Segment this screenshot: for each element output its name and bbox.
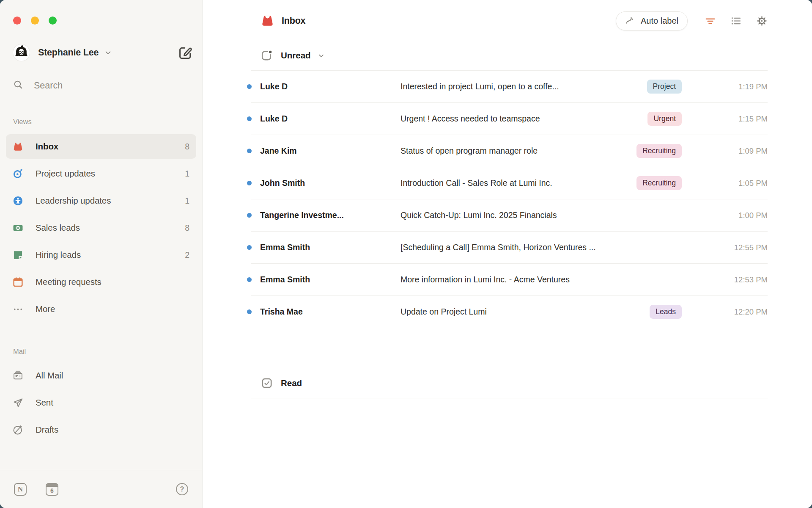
email-time: 12:53 PM: [682, 275, 768, 284]
account-name: Stephanie Lee: [38, 47, 99, 58]
account-switcher[interactable]: Stephanie Lee: [13, 44, 193, 61]
email-list: Luke D Interested in project Lumi, open …: [251, 70, 768, 328]
email-time: 1:15 PM: [682, 114, 768, 124]
avatar: [13, 44, 30, 61]
main-content: Inbox Auto label: [203, 0, 812, 508]
accessibility-icon: [13, 196, 23, 206]
sidebar-item-all-mail[interactable]: All Mail: [6, 363, 196, 388]
unread-status-icon: [261, 50, 273, 61]
sidebar-item-more[interactable]: More: [6, 297, 196, 321]
email-label-badge[interactable]: Project: [647, 80, 682, 94]
inbox-icon: [261, 14, 274, 28]
unread-section-header[interactable]: Unread: [261, 48, 768, 63]
sidebar-item-label: Meeting requests: [36, 277, 102, 287]
sidebar-item-leadership-updates[interactable]: Leadership updates 1: [6, 188, 196, 213]
unread-dot: [247, 277, 252, 282]
email-subject: More information in Lumi Inc. - Acme Ven…: [401, 275, 682, 284]
email-row[interactable]: Jane Kim Status of open program manager …: [251, 135, 768, 167]
app-window: Stephanie Lee Search Views: [0, 0, 812, 508]
email-time: 1:19 PM: [682, 82, 768, 91]
sidebar: Stephanie Lee Search Views: [0, 0, 203, 508]
draft-pencil-icon: [13, 425, 23, 435]
chevron-down-icon: [104, 48, 112, 57]
auto-label-button[interactable]: Auto label: [616, 11, 688, 30]
unread-dot: [247, 84, 252, 89]
search-icon: [13, 80, 23, 91]
target-icon: [13, 168, 23, 179]
calendar-app-header: [47, 484, 58, 487]
email-sender: Emma Smith: [251, 243, 401, 252]
email-sender: Emma Smith: [251, 275, 401, 284]
page-title: Inbox: [282, 16, 305, 26]
auto-label-button-label: Auto label: [641, 16, 678, 26]
read-section-divider: [251, 398, 768, 398]
minimize-window-button[interactable]: [31, 17, 39, 25]
unread-dot: [247, 245, 252, 250]
calendar-app-day: 6: [47, 487, 58, 495]
sidebar-item-drafts[interactable]: Drafts: [6, 417, 196, 442]
sidebar-item-label: Sent: [36, 398, 53, 408]
email-sender: Tangerine Investme...: [251, 210, 401, 220]
sidebar-footer: N 6 ?: [0, 470, 202, 508]
email-sender: Luke D: [251, 82, 401, 91]
email-time: 12:55 PM: [682, 243, 768, 252]
list-view-icon[interactable]: [730, 15, 742, 27]
sidebar-item-sent[interactable]: Sent: [6, 390, 196, 415]
calendar-app-icon[interactable]: 6: [46, 483, 58, 496]
email-label-badge[interactable]: Recruiting: [636, 144, 682, 158]
sidebar-item-count: 2: [185, 250, 189, 260]
email-time: 12:20 PM: [682, 307, 768, 317]
sidebar-item-label: All Mail: [36, 370, 63, 381]
email-row[interactable]: Emma Smith [Scheduling a Call] Emma Smit…: [251, 231, 768, 263]
chevron-down-icon: [317, 52, 325, 60]
email-row[interactable]: Luke D Interested in project Lumi, open …: [251, 70, 768, 102]
email-subject: [Scheduling a Call] Emma Smith, Horizon …: [401, 243, 682, 252]
note-icon: [13, 250, 23, 260]
all-mail-icon: [13, 370, 23, 381]
email-subject: Status of open program manager role: [401, 146, 630, 156]
email-label-badge[interactable]: Recruiting: [636, 176, 682, 190]
email-subject: Interested in project Lumi, open to a co…: [401, 82, 640, 91]
unread-dot: [247, 213, 252, 218]
sidebar-item-meeting-requests[interactable]: Meeting requests: [6, 270, 196, 294]
sidebar-item-project-updates[interactable]: Project updates 1: [6, 161, 196, 186]
window-controls: [0, 0, 202, 25]
sidebar-item-sales-leads[interactable]: Sales leads 8: [6, 215, 196, 240]
email-label-badge[interactable]: Leads: [650, 305, 682, 319]
views-list: Inbox 8 Project updates 1: [6, 134, 196, 321]
zoom-window-button[interactable]: [49, 17, 57, 25]
search-input[interactable]: Search: [13, 80, 192, 91]
sidebar-item-count: 1: [185, 169, 189, 179]
email-row[interactable]: Emma Smith More information in Lumi Inc.…: [251, 263, 768, 295]
send-icon: [13, 398, 23, 408]
email-subject: Urgent ! Access needed to teamspace: [401, 114, 641, 124]
mail-section-label: Mail: [13, 348, 202, 356]
help-icon[interactable]: ?: [176, 483, 188, 495]
sidebar-item-inbox[interactable]: Inbox 8: [6, 134, 196, 159]
money-icon: [13, 223, 23, 233]
views-section-label: Views: [13, 118, 202, 126]
email-subject: Update on Project Lumi: [401, 307, 643, 317]
close-window-button[interactable]: [13, 17, 21, 25]
sidebar-item-label: Inbox: [36, 141, 58, 152]
email-time: 1:09 PM: [682, 146, 768, 156]
sidebar-item-hiring-leads[interactable]: Hiring leads 2: [6, 243, 196, 267]
filter-icon[interactable]: [705, 15, 716, 27]
inbox-icon: [13, 141, 23, 152]
email-row[interactable]: Trisha Mae Update on Project Lumi Leads …: [251, 295, 768, 328]
gear-icon[interactable]: [756, 15, 768, 27]
sidebar-item-count: 1: [185, 196, 189, 206]
email-sender: John Smith: [251, 178, 401, 188]
email-time: 1:05 PM: [682, 179, 768, 188]
compose-icon[interactable]: [178, 45, 193, 61]
read-section-header[interactable]: Read: [261, 377, 768, 389]
email-row[interactable]: Luke D Urgent ! Access needed to teamspa…: [251, 102, 768, 135]
email-sender: Luke D: [251, 114, 401, 124]
unread-dot: [247, 181, 252, 185]
sidebar-item-label: Leadership updates: [36, 196, 111, 206]
notion-logo-icon[interactable]: N: [14, 483, 27, 496]
email-row[interactable]: Tangerine Investme... Quick Catch-Up: Lu…: [251, 199, 768, 231]
email-row[interactable]: John Smith Introduction Call - Sales Rol…: [251, 167, 768, 199]
sidebar-item-label: Sales leads: [36, 223, 80, 233]
email-label-badge[interactable]: Urgent: [647, 112, 682, 126]
